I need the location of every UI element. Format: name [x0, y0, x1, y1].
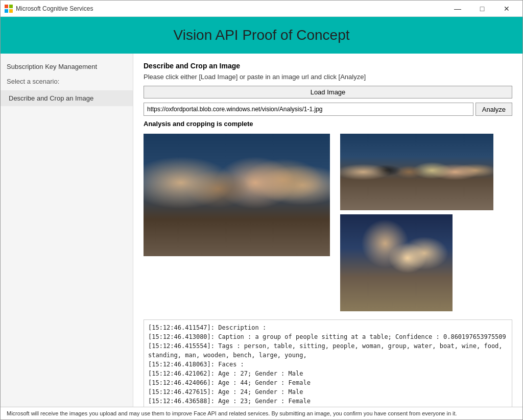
- title-bar-label: Microsoft Cognitive Services: [16, 5, 446, 12]
- section-title: Describe and Crop an Image: [144, 62, 512, 70]
- window-controls: — □ ✕: [446, 1, 518, 17]
- main-image: [144, 134, 330, 256]
- sidebar: Subscription Key Management Select a sce…: [1, 54, 133, 407]
- main-image-inner: [144, 134, 330, 256]
- svg-rect-1: [9, 5, 13, 8]
- log-line: [15:12:46.436588]: Age : 23; Gender : Fe…: [148, 397, 508, 406]
- images-row: [144, 134, 512, 311]
- instruction-text: Please click either [Load Image] or past…: [144, 73, 512, 81]
- log-area[interactable]: [15:12:46.411547]: Description :[15:12:4…: [144, 319, 512, 407]
- log-line: [15:12:46.418063]: Faces :: [148, 360, 508, 369]
- svg-rect-2: [5, 9, 8, 13]
- side-images: [340, 134, 493, 311]
- svg-rect-3: [9, 9, 13, 13]
- status-text: Analysis and cropping is complete: [144, 120, 512, 128]
- footer-text: Microsoft will receive the images you up…: [7, 410, 457, 416]
- select-scenario-label: Select a scenario:: [1, 73, 133, 89]
- analyze-button[interactable]: Analyze: [476, 103, 512, 116]
- content-area: Describe and Crop an Image Please click …: [133, 54, 522, 407]
- crop-image-1-inner: [340, 134, 493, 210]
- image-url-input[interactable]: [144, 103, 473, 116]
- log-line: [15:12:46.413080]: Caption : a group of …: [148, 332, 508, 341]
- log-line: [15:12:46.427615]: Age : 24; Gender : Ma…: [148, 387, 508, 397]
- close-button[interactable]: ✕: [495, 1, 518, 17]
- app-icon: [5, 5, 13, 13]
- app-title: Vision API Proof of Concept: [11, 27, 512, 43]
- app-header: Vision API Proof of Concept: [1, 17, 522, 54]
- minimize-button[interactable]: —: [446, 1, 469, 17]
- subscription-key-link[interactable]: Subscription Key Management: [1, 60, 133, 73]
- load-image-button[interactable]: Load Image: [144, 86, 512, 98]
- maximize-button[interactable]: □: [470, 1, 494, 17]
- crop-image-2: [340, 214, 453, 311]
- svg-rect-0: [5, 5, 8, 8]
- app-footer: Microsoft will receive the images you up…: [1, 407, 522, 419]
- main-layout: Subscription Key Management Select a sce…: [1, 54, 522, 407]
- crop-image-2-inner: [340, 214, 453, 311]
- crop-image-1: [340, 134, 493, 210]
- log-line: [15:12:46.424066]: Age : 44; Gender : Fe…: [148, 378, 508, 387]
- log-line: [15:12:46.415554]: Tags : person, table,…: [148, 341, 508, 360]
- url-row: Analyze: [144, 103, 512, 116]
- main-image-container: [144, 134, 330, 256]
- title-bar: Microsoft Cognitive Services — □ ✕: [1, 1, 522, 17]
- scenario-describe-crop[interactable]: Describe and Crop an Image: [1, 90, 133, 106]
- log-line: [15:12:46.421062]: Age : 27; Gender : Ma…: [148, 369, 508, 378]
- log-line: [15:12:46.411547]: Description :: [148, 323, 508, 332]
